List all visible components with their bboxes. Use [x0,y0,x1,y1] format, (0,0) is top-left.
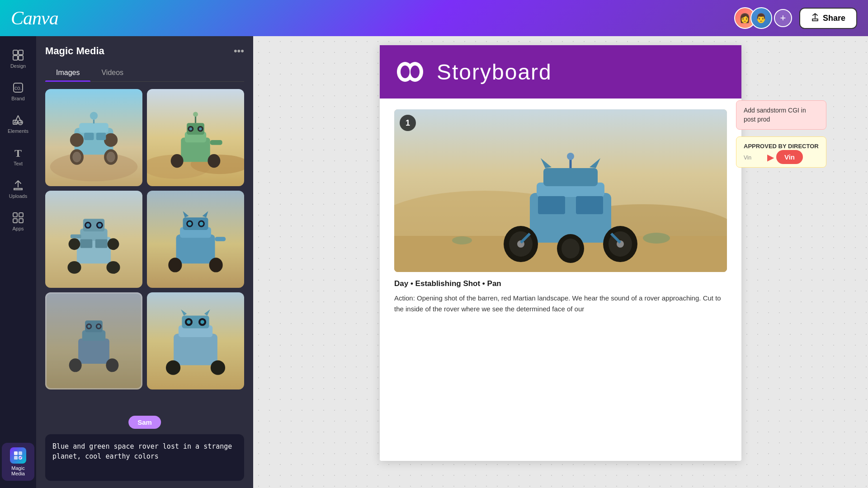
annotation-approved-title: APPROVED BY DIRECTOR [744,142,819,150]
drag-overlay [45,292,142,389]
svg-point-22 [72,152,81,163]
svg-rect-117 [538,196,565,214]
svg-rect-30 [96,133,106,140]
uploads-label: Uploads [9,193,27,199]
more-options-button[interactable]: ••• [234,45,244,57]
canva-logo: Canva [11,7,58,29]
apps-icon [12,211,24,224]
svg-point-105 [452,236,472,244]
vin-badge-container: ▶ Vin [776,150,803,164]
svg-point-25 [70,133,84,147]
svg-point-26 [104,133,118,147]
svg-rect-20 [79,123,108,133]
brand-label: Brand [11,96,24,101]
svg-point-41 [171,154,184,168]
svg-rect-43 [210,140,222,145]
sidebar-item-magic-media[interactable]: Magic Media [2,443,34,481]
share-button[interactable]: Share [799,8,857,29]
add-collaborator-button[interactable]: + [774,9,792,27]
share-icon [811,13,819,23]
annotation-sandstorm[interactable]: Add sandstorm CGI in post prod [736,100,826,130]
grid-image-1[interactable] [45,89,142,186]
grid-image-6[interactable] [147,292,244,389]
canvas-area: Storyboard [253,36,868,488]
scene-action-text: Action: Opening shot of the barren, red … [394,293,727,314]
cursor-arrow-icon: ▶ [767,152,774,163]
sidebar: Design co. Brand Elements [0,36,36,488]
svg-point-40 [199,127,202,130]
share-label: Share [823,14,845,23]
svg-point-27 [90,112,98,120]
app-header: Canva 👩 👨 + Share [0,0,868,36]
uploads-icon [12,179,24,192]
svg-rect-54 [80,239,92,248]
svg-rect-118 [576,196,603,214]
svg-point-45 [193,112,198,117]
svg-rect-60 [71,235,81,239]
svg-point-104 [643,233,670,244]
sidebar-item-apps[interactable]: Apps [2,206,34,237]
elements-label: Elements [8,128,28,134]
panel-tabs: Images Videos [45,64,244,82]
sidebar-item-text[interactable]: T Text [2,141,34,172]
grid-image-2[interactable] [147,89,244,186]
header-actions: 👩 👨 + Share [734,7,857,29]
storyboard-header: Storyboard [380,45,741,99]
svg-rect-62 [176,235,215,264]
scene-image-1: 1 [394,109,727,272]
tab-videos[interactable]: Videos [90,64,134,81]
annotation-sandstorm-text: Add sandstorm CGI in post prod [744,107,806,123]
svg-text:co.: co. [14,85,22,91]
svg-point-24 [106,152,115,163]
grid-image-3[interactable] [45,191,142,288]
svg-point-71 [168,258,182,272]
svg-point-57 [106,261,120,274]
svg-rect-1 [19,50,23,55]
svg-point-59 [108,238,119,250]
panel-header: Magic Media ••• [36,36,253,64]
svg-point-128 [561,239,580,258]
svg-rect-13 [14,451,18,455]
tab-images[interactable]: Images [45,64,90,81]
prompt-input[interactable] [52,441,237,472]
svg-rect-9 [13,213,17,217]
svg-rect-0 [13,50,18,55]
scene-container-1: 1 Add sandstorm CGI in post prod ▶ Vin [394,109,727,314]
design-icon [12,49,24,61]
vin-cursor-area: ▶ Vin [776,150,803,164]
svg-rect-11 [13,219,17,223]
svg-point-18 [50,152,138,182]
sidebar-item-uploads[interactable]: Uploads [2,174,34,204]
svg-rect-55 [95,239,108,248]
scene-shot-info: Day • Establishing Shot • Pan [394,279,727,288]
grid-image-5[interactable] [45,292,142,389]
elements-icon [12,114,24,127]
grid-image-4[interactable] [147,191,244,288]
svg-point-99 [410,66,420,78]
svg-rect-2 [13,56,18,60]
svg-point-91 [187,320,191,324]
storyboard-content: 1 Add sandstorm CGI in post prod ▶ Vin [380,99,741,334]
svg-rect-29 [84,133,94,140]
storyboard-card: Storyboard [380,45,741,461]
sidebar-item-elements[interactable]: Elements [2,108,34,139]
vin-cursor-label: Vin [776,150,803,164]
svg-rect-3 [19,56,23,60]
svg-rect-14 [19,451,22,455]
svg-point-72 [209,258,223,272]
svg-point-38 [189,127,192,130]
panel-title: Magic Media [45,45,104,57]
panel-grid-wrapper: Sam [36,82,253,434]
sidebar-item-design[interactable]: Design [2,43,34,74]
magic-media-icon [10,447,26,464]
avatar-2[interactable]: 👨 [750,7,772,29]
image-grid [36,82,253,397]
sidebar-item-brand[interactable]: co. Brand [2,76,34,107]
svg-point-70 [199,222,203,226]
sam-cursor-label: Sam [128,416,161,429]
svg-point-53 [98,223,102,227]
svg-text:T: T [14,147,22,159]
svg-point-51 [86,223,90,227]
apps-label: Apps [12,226,24,231]
svg-rect-15 [14,456,18,460]
